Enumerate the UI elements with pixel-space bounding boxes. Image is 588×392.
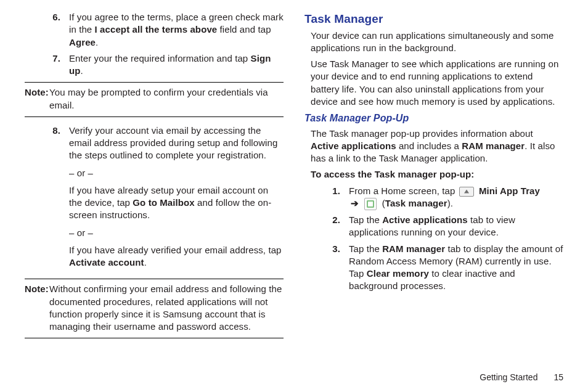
step-number: 1. [304,185,349,210]
rule [25,116,284,117]
text: and includes a [396,141,462,151]
page-number: 15 [553,372,563,382]
text: Enter your the required information and … [69,53,251,63]
note-body: Without confirming your email address an… [49,283,284,333]
bold-text: RAM manager [462,141,525,151]
arrow-icon: ➔ [349,197,361,210]
subheading-task-manager-popup: Task Manager Pop-Up [304,112,563,125]
left-column: 6. If you agree to the terms, place a gr… [25,11,284,369]
bold-text: Go to Mailbox [133,197,194,208]
step-body: Tap the Active applications tab to view … [349,214,563,239]
step-number: 2. [304,214,349,239]
bold-text: Clear memory [367,268,429,279]
step-3: 3. Tap the RAM manager tab to display th… [304,243,563,293]
text: Verify your account via email by accessi… [69,125,284,162]
bold-text: Agree [69,37,96,47]
text: field and tap [217,24,271,35]
lead-in: To access the Task manager pop-up: [311,168,563,181]
text: If you have already verified your email … [69,245,282,255]
task-manager-icon [364,198,377,210]
step-body: Verify your account via email by accessi… [69,125,284,274]
page-footer: Getting Started 15 [25,369,563,382]
mini-app-tray-icon [459,187,474,197]
footer-section-title: Getting Started [480,372,537,382]
text: . [144,257,147,267]
step-number: 8. [25,125,69,274]
text: The Task manager pop-up provides informa… [311,128,533,139]
text: If you have already setup your email acc… [69,184,284,222]
or-separator: – or – [69,227,284,239]
note-label: Note: [25,86,49,112]
bold-text: Task manager [385,198,447,208]
text: From a Home screen, tap [349,186,458,196]
step-number: 6. [25,11,69,49]
page: 6. If you agree to the terms, place a gr… [0,0,588,392]
bold-text: Mini App Tray [479,186,540,196]
text: If you have already verified your email … [69,244,284,269]
bold-text: RAM manager [382,243,445,254]
note-body: You may be prompted to confirm your cred… [49,86,284,112]
note-1: Note: You may be prompted to confirm you… [25,86,284,112]
bold-text: I accept all the terms above [95,24,218,35]
step-8: 8. Verify your account via email by acce… [25,125,284,274]
rule [25,338,284,338]
text: . [81,65,83,76]
rule [25,279,284,279]
text: Tap the [349,243,382,254]
note-2: Note: Without confirming your email addr… [25,283,284,333]
columns: 6. If you agree to the terms, place a gr… [25,11,563,369]
or-separator: – or – [69,167,284,179]
step-2: 2. Tap the Active applications tab to vi… [304,214,563,239]
right-column: Task Manager Your device can run applica… [304,11,563,369]
step-number: 3. [304,243,349,293]
bold-text: Activate account [69,257,144,267]
step-6: 6. If you agree to the terms, place a gr… [25,11,284,49]
paragraph: The Task manager pop-up provides informa… [311,128,563,165]
bold-text: Active applications [382,214,468,225]
section-heading-task-manager: Task Manager [304,11,563,27]
text: Tap the [349,214,382,225]
bold-text: Active applications [311,141,396,151]
step-7: 7. Enter your the required information a… [25,52,284,78]
text: ). [447,198,453,208]
step-body: Enter your the required information and … [69,52,284,78]
text: . [96,37,98,47]
step-1: 1. From a Home screen, tap Mini App Tray… [304,185,563,210]
step-body: If you agree to the terms, place a green… [69,11,284,49]
paragraph: Use Task Manager to see which applicatio… [311,58,563,108]
note-label: Note: [25,283,49,333]
step-number: 7. [25,52,69,78]
step-body: From a Home screen, tap Mini App Tray ➔ … [349,185,563,210]
paragraph: Your device can run applications simulta… [311,30,563,55]
rule [25,82,284,83]
step-body: Tap the RAM manager tab to display the a… [349,243,563,293]
